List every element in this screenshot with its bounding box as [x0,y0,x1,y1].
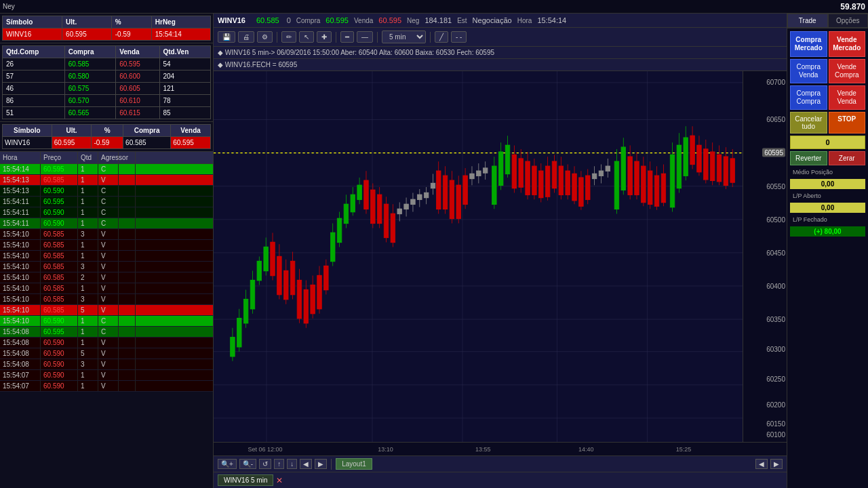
chart-tag-close[interactable]: ✕ [276,476,283,485]
sym2-compra: 60.585 [123,137,171,149]
qty-input[interactable] [790,136,865,149]
settings-icon[interactable]: ⚙ [257,31,273,43]
zoom-reset-btn[interactable]: ↺ [259,459,271,469]
col-compra: Compra [64,46,115,58]
trade-row: 15:54:08 60.590 3 V [0,359,213,370]
top-bar-text: Ney [3,3,15,10]
chart-toolbar: 💾 🖨 ⚙ ✏ ↖ ✚ ━ — 5 min 1 min 15 min ╱ - - [214,28,787,47]
trade-preco: 60.585 [41,262,78,272]
save-icon[interactable]: 💾 [218,31,235,43]
draw-line-icon[interactable]: ╱ [435,31,448,43]
trade-preco: 60.590 [41,316,78,326]
sym1-symbol: WINV16 [3,28,62,41]
center-panel: WINV16 60.585 0 Compra 60.595 Venda 60.5… [214,14,787,488]
trade-qtd: 1 [78,381,98,391]
sym2-symbol: WINV16 [3,137,52,149]
trade-row: 15:54:10 60.585 3 V [0,262,213,272]
reverter-btn[interactable]: Reverter [790,151,827,165]
draw-icon[interactable]: ✏ [281,31,296,43]
trade-hora: 15:54:11 [0,218,41,228]
top-bar: Ney 59.870 [0,0,868,14]
cross-icon[interactable]: ✚ [317,31,332,43]
trade-hora: 15:54:08 [0,348,41,359]
offer-venda: 60.610 [116,95,159,107]
trade-preco: 60.585 [41,175,78,185]
chart-info-text: WINV16 5 min-> 06/09/2016 15:50:00 Aber:… [225,49,494,56]
chart-nav-prev[interactable]: ◀ [755,459,768,469]
chart-area[interactable]: 6070060650605956055060500604506040060350… [214,71,787,442]
offer-qtdven: 78 [159,95,211,107]
chart-canvas[interactable] [214,71,743,442]
stop-btn[interactable]: STOP [829,112,866,134]
col-venda: Venda [116,46,159,58]
trade-hora: 15:54:14 [0,164,41,174]
trade-hora: 15:54:10 [0,294,41,304]
chart-fech-bar: ◆ WINV16.FECH = 60595 [214,59,787,71]
chart-symbol: WINV16 [218,16,245,24]
trade-hora: 15:54:10 [0,272,41,283]
layout-tab[interactable]: Layout1 [336,458,372,470]
chart-diamond-icon: ◆ [218,49,225,56]
scroll-up-btn[interactable]: ↑ [274,459,284,469]
trade-hora: 15:54:11 [0,197,41,207]
timeframe-select[interactable]: 5 min 1 min 15 min [382,30,426,43]
trade-preco: 60.585 [41,294,78,304]
zoom-in-btn[interactable]: 🔍+ [218,459,237,469]
trade-qtd: 2 [78,272,98,283]
compra-mercado-btn[interactable]: Compra Mercado [790,31,827,57]
lp-fechado-value: (+) 80,00 [790,226,865,237]
scroll-down-btn[interactable]: ↓ [287,459,297,469]
chart-info-bar: ◆ WINV16 5 min-> 06/09/2016 15:50:00 Abe… [214,47,787,59]
trade-extra [119,251,136,261]
trade-row: 15:54:07 60.590 1 V [0,370,213,381]
lp-aberto-value: 0,00 [790,203,865,213]
sym2-pct: -0.59 [92,137,123,149]
cancelar-tudo-btn[interactable]: Cancelar tudo [790,112,827,134]
trade-qtd: 1 [78,207,98,218]
trade-extra [119,316,136,326]
trade-row: 15:54:10 60.585 1 V [0,251,213,262]
candlestick-chart[interactable] [214,71,743,442]
cursor-icon[interactable]: ↖ [299,31,314,43]
trade-preco: 60.585 [41,283,78,293]
trade-qtd: 1 [78,370,98,380]
tab-trade[interactable]: Trade [787,14,828,28]
trade-preco: 60.590 [41,370,78,380]
trade-preco: 60.590 [41,338,78,348]
price-axis-label: 60100 [766,431,785,439]
chart-nav-next[interactable]: ▶ [770,459,783,469]
trade-preco: 60.590 [41,381,78,391]
trade-ag: V [98,294,119,304]
trade-row: 15:54:08 60.590 5 V [0,348,213,359]
offer-qtdcomp: 57 [3,70,65,83]
fech-value: = 60595 [273,61,297,68]
price-axis-label: 60500 [766,216,785,223]
trade-preco: 60.590 [41,218,78,228]
compra-compra-btn[interactable]: Compra Compra [790,85,827,110]
vende-mercado-btn[interactable]: Vende Mercado [829,31,866,57]
hline-icon[interactable]: — [357,31,373,43]
zerar-btn[interactable]: Zerar [829,151,866,165]
print-icon[interactable]: 🖨 [238,31,254,43]
trade-qtd: 1 [78,218,98,228]
trade-row: 15:54:10 60.585 2 V [0,272,213,283]
nav-right-btn[interactable]: ▶ [315,459,327,469]
nav-left-btn[interactable]: ◀ [300,459,312,469]
dash-icon[interactable]: - - [451,31,467,43]
trade-ag: V [98,348,119,359]
zoom-out-btn[interactable]: 🔍- [239,459,256,469]
trade-qtd: 1 [78,164,98,174]
vende-compra-btn[interactable]: Vende Compra [829,59,866,83]
col2-simbolo: Símbolo [3,125,52,137]
trade-hora: 15:54:08 [0,338,41,348]
trade-col-preco: Preço [41,152,78,163]
tab-opcoes[interactable]: Opções [828,14,869,28]
chart-est-label: Est [457,17,467,24]
trade-ag: V [98,262,119,272]
compra-venda-btn[interactable]: Compra Venda [790,59,827,83]
line-icon[interactable]: ━ [340,31,354,43]
trade-ag: C [98,164,119,174]
trade-preco: 60.590 [41,348,78,359]
vende-venda-btn[interactable]: Vende Venda [829,85,866,110]
trade-ag: V [98,240,119,250]
